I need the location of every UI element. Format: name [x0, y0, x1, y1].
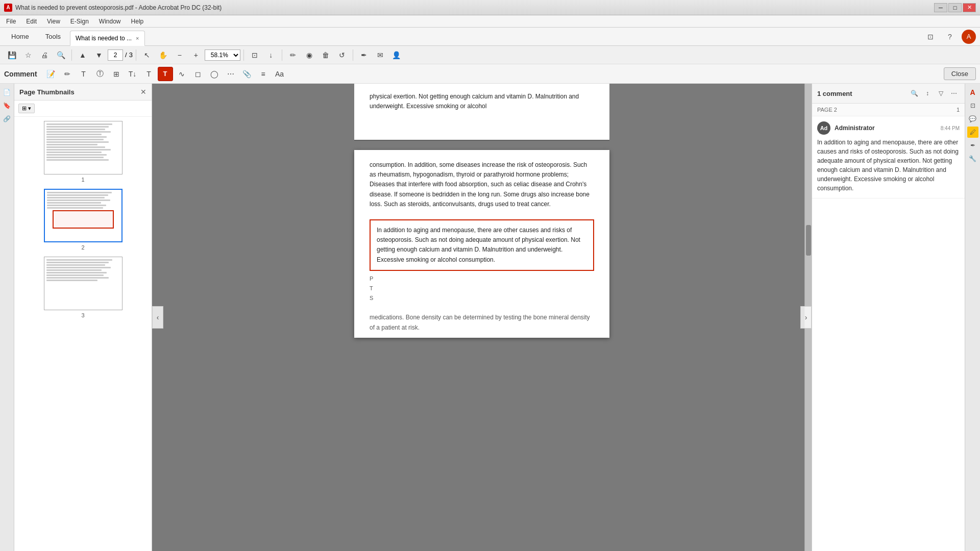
comment-entry-1: Ad Administrator 8:44 PM In addition to …	[812, 116, 965, 198]
nav-bar: Home Tools What is needed to ... × ⊡ ? A	[0, 28, 980, 46]
comment-author-name: Administrator	[835, 124, 875, 132]
toolbar-sep-4	[282, 49, 282, 61]
comments-panel-icons: 🔍 ↕ ▽ ⋯	[909, 88, 960, 99]
prev-page-button[interactable]: ▲	[75, 48, 90, 62]
far-right-tools-icon[interactable]: 🔧	[967, 153, 978, 164]
page-total: 3	[129, 51, 133, 59]
eraser-tool[interactable]: ◻	[190, 67, 206, 81]
far-right-acrobat-icon[interactable]: A	[967, 87, 978, 98]
pdf-page-2: consumption. In addition, some diseases …	[354, 150, 609, 338]
menu-help[interactable]: Help	[127, 17, 148, 26]
thumbnail-image-3	[44, 257, 122, 310]
format-tool[interactable]: ≡	[256, 67, 271, 81]
nav-tab-label: What is needed to ...	[76, 35, 132, 42]
highlight-pen-tool[interactable]: ✏	[60, 67, 75, 81]
left-icon-bookmark[interactable]: 🔖	[2, 100, 13, 111]
help-icon[interactable]: ?	[942, 30, 958, 44]
hand-tool[interactable]: ✋	[156, 48, 171, 62]
print-button[interactable]: 🖨	[37, 48, 52, 62]
pdf-scroll-area[interactable]: ‹ › physical exertion. Not getting enoug…	[152, 84, 812, 551]
filter-comments-icon[interactable]: ▽	[935, 88, 946, 99]
text-box-tool[interactable]: Ⓣ	[92, 67, 108, 81]
toolbar-sep-5	[353, 49, 353, 61]
zoom-in-button[interactable]: +	[188, 48, 204, 62]
page-number-input[interactable]	[108, 49, 123, 61]
edit-tool[interactable]: ✏	[285, 48, 301, 62]
font-tool[interactable]: Aa	[272, 67, 287, 81]
nav-home[interactable]: Home	[4, 30, 36, 43]
menu-window[interactable]: Window	[95, 17, 125, 26]
thumbnail-item-1[interactable]: 1	[18, 121, 148, 183]
menu-view[interactable]: View	[43, 17, 64, 26]
scrollbar-thumb[interactable]	[806, 225, 811, 256]
sticky-note-tool[interactable]: 📝	[43, 67, 59, 81]
nav-tab-document[interactable]: What is needed to ... ×	[70, 31, 145, 46]
thumbnail-num-2: 2	[81, 244, 84, 251]
sort-comments-icon[interactable]: ↕	[922, 88, 933, 99]
thumbnail-item-3[interactable]: 3	[18, 257, 148, 318]
more-comments-icon[interactable]: ⋯	[948, 88, 960, 99]
zoom-out-button[interactable]: −	[172, 48, 187, 62]
cursor-tool[interactable]: ↖	[139, 48, 155, 62]
close-window-button[interactable]: ✕	[963, 3, 976, 12]
bookmark-button[interactable]: ☆	[20, 48, 36, 62]
search-comments-icon[interactable]: 🔍	[909, 88, 920, 99]
thumbnail-num-3: 3	[81, 312, 84, 318]
page-gap	[354, 140, 609, 150]
delete-tool[interactable]: 🗑	[318, 48, 333, 62]
save-button[interactable]: 💾	[4, 48, 19, 62]
far-right-highlight-icon[interactable]: 🖊	[967, 127, 978, 138]
textbox-active-tool[interactable]: T	[158, 67, 173, 81]
prev-page-arrow[interactable]: ‹	[152, 306, 163, 329]
download-button[interactable]: ↓	[263, 48, 279, 62]
menu-edit[interactable]: Edit	[22, 17, 41, 26]
shapes-tool[interactable]: ◯	[207, 67, 222, 81]
user-button[interactable]: 👤	[389, 48, 404, 62]
nav-tab-close[interactable]: ×	[136, 35, 139, 41]
zoom-select[interactable]: 58.1%	[205, 49, 240, 61]
far-right-comment-icon[interactable]: 💬	[967, 113, 978, 124]
comment-page-num: 1	[957, 107, 960, 113]
search-button[interactable]: 🔍	[53, 48, 68, 62]
thumbnail-toolbar: ⊞ ▾	[14, 101, 152, 117]
maximize-button[interactable]: □	[948, 3, 962, 12]
close-comment-button[interactable]: Close	[944, 67, 976, 80]
minimize-button[interactable]: ─	[934, 3, 947, 12]
stamp-tool[interactable]: ◉	[302, 48, 317, 62]
menu-file[interactable]: File	[2, 17, 20, 26]
sidebar: Page Thumbnails ✕ ⊞ ▾	[14, 84, 152, 551]
next-page-arrow[interactable]: ›	[800, 306, 812, 329]
far-right-sign-icon[interactable]: ✒	[967, 140, 978, 151]
pdf-page-container: physical exertion. Not getting enough ca…	[354, 84, 609, 338]
nav-tools[interactable]: Tools	[38, 30, 68, 43]
freehand-tool[interactable]: ∿	[174, 67, 189, 81]
subscript-tool[interactable]: T↓	[125, 67, 140, 81]
left-icon-page[interactable]: 📄	[2, 87, 13, 98]
stamp-comment-tool[interactable]: ⊞	[109, 67, 124, 81]
next-page-button[interactable]: ▼	[91, 48, 107, 62]
text-tool[interactable]: T	[141, 67, 157, 81]
add-text-tool[interactable]: T	[76, 67, 91, 81]
pdf-highlighted-box: In addition to aging and menopause, ther…	[370, 219, 594, 271]
comment-page-label: PAGE 2 1	[812, 104, 965, 116]
undo-button[interactable]: ↺	[334, 48, 350, 62]
share-icon[interactable]: ⊡	[923, 30, 938, 44]
thumbnail-num-1: 1	[81, 177, 84, 183]
sidebar-header: Page Thumbnails ✕	[14, 84, 152, 101]
more-tools[interactable]: ⋯	[223, 67, 238, 81]
account-icon[interactable]: A	[962, 30, 976, 44]
left-icon-link[interactable]: 🔗	[2, 113, 13, 124]
redact-tool[interactable]: ✒	[356, 48, 372, 62]
page-navigation: / 3	[108, 49, 133, 61]
sidebar-close-button[interactable]: ✕	[140, 88, 146, 96]
far-right-share-icon[interactable]: ⊡	[967, 100, 978, 111]
thumbnail-item-2[interactable]: 2	[18, 189, 148, 251]
comments-panel: 1 comment 🔍 ↕ ▽ ⋯ PAGE 2 1 Ad Administra…	[812, 84, 965, 551]
thumbnail-view-button[interactable]: ⊞ ▾	[18, 104, 35, 113]
toolbar-sep-3	[243, 49, 244, 61]
menu-esign[interactable]: E-Sign	[66, 17, 93, 26]
attach-file-tool[interactable]: 📎	[239, 67, 255, 81]
comments-panel-title: 1 comment	[817, 90, 852, 97]
fit-page-button[interactable]: ⊡	[247, 48, 262, 62]
mail-button[interactable]: ✉	[373, 48, 388, 62]
